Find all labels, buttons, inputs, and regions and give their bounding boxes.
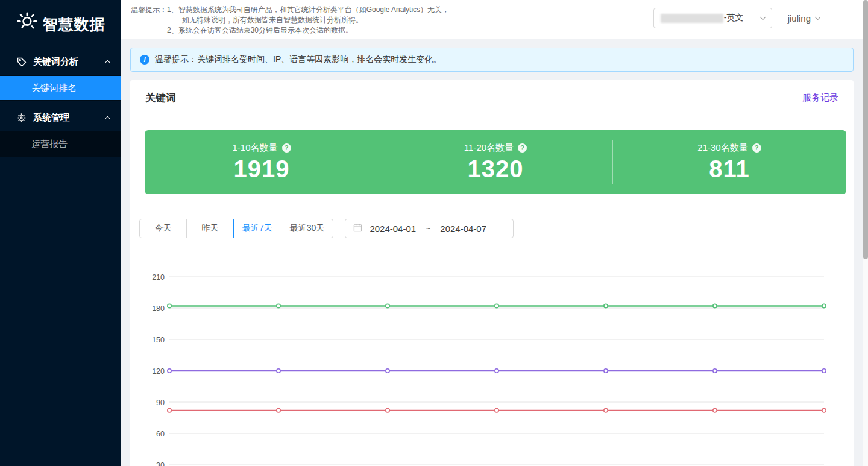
svg-text:210: 210 — [152, 273, 165, 282]
chevron-down-icon — [760, 14, 766, 20]
stat-value: 1320 — [468, 156, 524, 183]
notice-line: 1、智慧数据系统为我司自研产品，和其它统计分析类平台（如Google Analy… — [167, 5, 449, 15]
notice-prefix: 温馨提示： — [131, 5, 167, 36]
menu-group-keyword-analysis: 关键词分析 关键词排名 — [0, 48, 121, 101]
chevron-up-icon — [105, 60, 111, 66]
notice-line: 如无特殊说明，所有数据皆来自智慧数据统计分析所得。 — [167, 15, 449, 25]
svg-text:90: 90 — [156, 398, 165, 407]
stat-value: 811 — [709, 156, 750, 183]
question-circle-icon[interactable]: ? — [752, 143, 761, 153]
filter-yesterday-button[interactable]: 昨天 — [186, 219, 234, 238]
filter-row: 今天 昨天 最近7天 最近30天 2024-04-01 ~ 2024-04-07 — [139, 219, 854, 238]
stat-rank-1-10: 1-10名数量 ? 1919 — [145, 130, 379, 194]
menu-group-system-management: 系统管理 运营报告 — [0, 104, 121, 157]
sidebar-item-label: 系统管理 — [33, 112, 69, 124]
spark-magnifier-icon — [16, 12, 37, 36]
app-title: 智慧数据 — [43, 14, 105, 34]
submenu: 运营报告 — [0, 131, 121, 157]
topbar: 温馨提示： 1、智慧数据系统为我司自研产品，和其它统计分析类平台（如Google… — [121, 0, 868, 39]
sidebar: 智慧数据 关键词分析 关键词排名 — [0, 0, 121, 466]
notice-line: 2、系统会在访客会话结束30分钟后显示本次会话的数据。 — [167, 25, 449, 36]
user-menu[interactable]: jiuling — [788, 13, 820, 24]
main-content: i 温馨提示：关键词排名受时间、IP、语言等因素影响，排名会实时发生变化。 关键… — [121, 39, 863, 466]
page-title: 关键词 — [145, 91, 176, 105]
rank-stats-bar: 1-10名数量 ? 1919 11-20名数量 ? 1320 21-30名数量 … — [145, 130, 846, 194]
info-alert: i 温馨提示：关键词排名受时间、IP、语言等因素影响，排名会实时发生变化。 — [130, 48, 854, 72]
rank-trend-chart[interactable]: 210180150120906030 — [130, 266, 854, 466]
sidebar-item-system-management[interactable]: 系统管理 — [0, 104, 121, 131]
calendar-icon — [353, 223, 362, 235]
gear-icon — [16, 113, 27, 123]
date-range-end: 2024-04-07 — [440, 224, 486, 234]
date-range-start: 2024-04-01 — [370, 224, 416, 234]
question-circle-icon[interactable]: ? — [518, 143, 527, 153]
page-scrollbar[interactable] — [863, 0, 868, 466]
stat-rank-11-20: 11-20名数量 ? 1320 — [379, 130, 612, 194]
svg-text:120: 120 — [152, 367, 165, 376]
tag-icon — [16, 57, 27, 67]
service-records-link[interactable]: 服务记录 — [802, 92, 838, 104]
sidebar-item-keyword-ranking[interactable]: 关键词排名 — [0, 76, 121, 100]
stat-value: 1919 — [234, 156, 290, 183]
alert-text: 温馨提示：关键词排名受时间、IP、语言等因素影响，排名会实时发生变化。 — [155, 54, 441, 65]
date-range-separator: ~ — [426, 224, 430, 233]
stat-rank-21-30: 21-30名数量 ? 811 — [612, 130, 846, 194]
sidebar-item-keyword-analysis[interactable]: 关键词分析 — [0, 48, 121, 75]
stat-label: 1-10名数量 — [232, 142, 277, 154]
filter-last30days-button[interactable]: 最近30天 — [281, 219, 334, 238]
svg-text:30: 30 — [156, 461, 165, 466]
keyword-card: 关键词 服务记录 1-10名数量 ? 1919 11-20名数量 ? 1320 — [130, 80, 854, 466]
sidebar-item-label: 关键词排名 — [31, 83, 77, 94]
site-language-suffix: -英文 — [724, 13, 744, 24]
stat-label: 11-20名数量 — [464, 142, 514, 154]
username: jiuling — [788, 13, 811, 24]
date-filter-group: 今天 昨天 最近7天 最近30天 — [139, 219, 333, 238]
stat-label: 21-30名数量 — [697, 142, 747, 154]
svg-text:150: 150 — [152, 336, 165, 344]
date-range-picker[interactable]: 2024-04-01 ~ 2024-04-07 — [345, 219, 514, 238]
card-header: 关键词 服务记录 — [130, 80, 854, 116]
chevron-up-icon — [105, 116, 111, 122]
app-logo: 智慧数据 — [0, 0, 121, 48]
scrollbar-thumb[interactable] — [863, 0, 868, 259]
sidebar-item-label: 运营报告 — [31, 139, 68, 150]
svg-text:180: 180 — [152, 304, 165, 313]
site-select-dropdown[interactable]: -英文 — [653, 8, 772, 28]
question-circle-icon[interactable]: ? — [282, 143, 291, 153]
topbar-right: -英文 jiuling — [653, 8, 820, 28]
filter-last7days-button[interactable]: 最近7天 — [233, 219, 281, 238]
svg-text:60: 60 — [156, 430, 165, 438]
filter-today-button[interactable]: 今天 — [139, 219, 187, 238]
sidebar-item-label: 关键词分析 — [33, 56, 78, 68]
redacted-site-name — [661, 14, 723, 23]
sidebar-item-operations-report[interactable]: 运营报告 — [0, 132, 121, 156]
chevron-down-icon — [815, 14, 821, 20]
info-icon: i — [140, 55, 149, 65]
submenu: 关键词排名 — [0, 75, 121, 101]
